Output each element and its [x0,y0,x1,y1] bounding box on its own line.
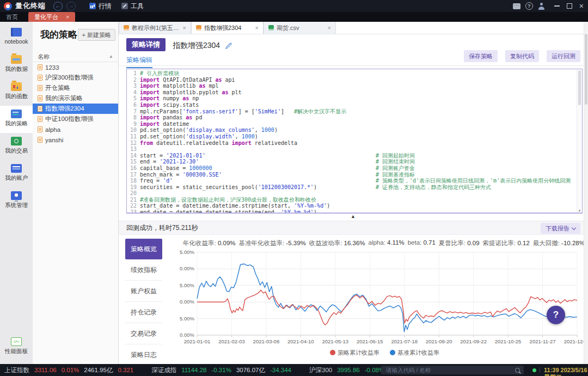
sidebar-item-label: 我的账户 [0,174,33,182]
help-icon[interactable]: ? [525,2,533,10]
list-item[interactable]: 我的演示策略 [33,93,118,104]
y-tick-label: -5.00% [180,316,195,322]
list-item[interactable]: 指数增强2304 [33,104,118,114]
chevron-down-icon [572,225,576,229]
page-scrollbar-thumb[interactable] [585,34,587,105]
sidebar-item-label: 我的函数 [0,93,33,100]
user-icon[interactable] [538,3,545,10]
maximize-button[interactable] [567,3,572,9]
strategy-list: 1233沪深300指数增强开仓策略我的演示策略指数增强2304中证100指数增强… [33,62,118,145]
x-tick-label: 2021-02-03 [218,338,245,344]
metric: 收益波动率: 16.36% [309,239,365,247]
app-logo-icon [4,2,12,10]
index-price: 3311.06 [34,367,57,373]
metric-value: 0.12 [517,240,529,246]
collapse-editor-icon[interactable]: ▲ [351,214,356,219]
column-header-label: 名称 [38,53,50,60]
editor-scrollbar[interactable]: ▼ [577,69,582,213]
line-number: 7 [127,108,140,115]
list-item[interactable]: 1233 [33,62,118,72]
sidebar-item[interactable]: notebook [0,24,33,51]
page-scrollbar[interactable] [584,22,588,364]
close-tab-icon[interactable]: × [328,25,331,31]
sort-asc-icon[interactable]: ▲ [109,52,113,62]
floating-help-button[interactable]: ? [547,306,565,324]
editor-tab[interactable]: 教程示例1(第五、六章).nb× [119,22,191,34]
page-tab[interactable]: 量化平台× [28,12,75,22]
panel-title: 我的策略 [40,28,77,41]
sidebar-item[interactable]: 我的交易 [0,133,33,160]
sidebar-item[interactable]: 性能面板 [0,333,33,361]
new-strategy-button[interactable]: + 新建策略 [78,29,115,41]
sidebar-item[interactable]: 我的函数 [0,78,33,106]
code-line: 18freq = 'd'# 策略类型，'d'表示日间策略使用日线回测，'m'表示… [127,178,577,184]
result-tab[interactable]: 持仓记录 [125,302,162,323]
list-item[interactable]: 沪深300指数增强 [33,72,118,83]
index-price: 11144.28 [181,367,206,373]
result-tab[interactable]: 绩效指标 [125,259,162,281]
download-report-button[interactable]: 下载报告 [541,223,580,234]
list-column-header[interactable]: ▲ 名称 [33,52,118,62]
message-icon[interactable] [513,3,520,9]
code-line: 11pd.set_option('display.width', 1000) [127,134,577,140]
close-button[interactable]: × [579,2,584,10]
list-item[interactable]: yanshi [33,135,118,145]
strategy-doc-icon [38,137,42,143]
returns-chart: 15.00%10.00%5.00%0.00%-5.00%-10.00%2021-… [180,248,585,363]
search-icon[interactable] [515,368,520,373]
tab-divider [119,65,588,66]
download-report-label: 下载报告 [546,223,569,234]
close-tab-icon[interactable]: × [66,14,69,20]
quote-search-box[interactable] [381,366,524,374]
code-line: 10pd.set_option('display.max_columns', 1… [127,127,577,134]
result-tab[interactable]: 交易记录 [125,323,162,344]
code-area[interactable]: 1# 引入所需模块2import QtAPI.QtDataAPI as api3… [127,70,577,214]
sidebar-item[interactable]: 我的数据 [0,51,33,78]
save-strategy-button[interactable]: 保存策略 [464,50,498,62]
clock: 11:39 2023/5/16 星期二 [544,367,588,376]
quote-search-input[interactable] [385,366,515,374]
run-backtest-button[interactable]: 运行回测 [547,50,580,62]
menu-tools[interactable]: 工具 [121,2,144,11]
index-name: 上证指数 [4,366,29,374]
back-icon[interactable]: ← [53,2,63,11]
index-quote: 深证成指11144.28-0.31%3076.07亿-34.344 [151,366,296,374]
sidebar-item-label: 我的交易 [0,147,33,155]
result-tab[interactable]: 账户权益 [125,281,162,302]
list-item[interactable]: 开仓策略 [33,83,118,93]
menu-quotes-label: 行情 [99,2,112,11]
list-item[interactable]: alpha [33,124,118,135]
editor-scrollbar-thumb[interactable] [578,70,581,105]
tab-strategy-edit[interactable]: 策略编辑 [126,56,152,68]
strategy-doc-icon [38,126,42,132]
list-item[interactable]: 中证100指数增强 [33,114,118,124]
y-tick-label: 15.00% [180,249,195,255]
sidebar-item[interactable]: 我的策略 [0,106,33,133]
sidebar-item[interactable]: 系统管理 [0,187,33,215]
sidebar-item-label: 我的数据 [0,65,33,73]
metric-label: 夏普比率: [439,240,467,246]
editor-tab[interactable]: 期货.csv× [264,22,336,34]
index-price: 3995.86 [337,367,360,373]
copy-code-button[interactable]: 复制代码 [505,50,539,62]
scroll-down-icon[interactable]: ▼ [577,209,582,213]
close-tab-icon[interactable]: × [255,25,259,31]
minimize-button[interactable] [554,5,560,7]
result-tab[interactable]: 策略日志 [125,344,162,366]
action-buttons: 保存策略复制代码运行回测 [464,50,580,62]
strategy-doc-icon [38,75,42,81]
result-tab[interactable]: 策略概览 [125,239,162,259]
edit-name-icon[interactable] [225,41,232,51]
editor-tab[interactable]: 指数增强2304× [191,22,264,34]
strategy-doc-icon [38,85,42,91]
close-tab-icon[interactable]: × [183,25,186,31]
account-icon [11,164,22,173]
code-editor[interactable]: 1# 引入所需模块2import QtAPI.QtDataAPI as api3… [126,69,583,214]
sidebar-item[interactable]: 我的账户 [0,160,33,187]
strategy-name: 我的演示策略 [45,94,83,102]
line-number: 15 [127,159,140,165]
menu-quotes[interactable]: 行情 [89,2,112,11]
forward-icon[interactable]: → [66,2,76,11]
page-tab[interactable]: 首页 [0,12,24,22]
line-number: 5 [127,95,140,102]
